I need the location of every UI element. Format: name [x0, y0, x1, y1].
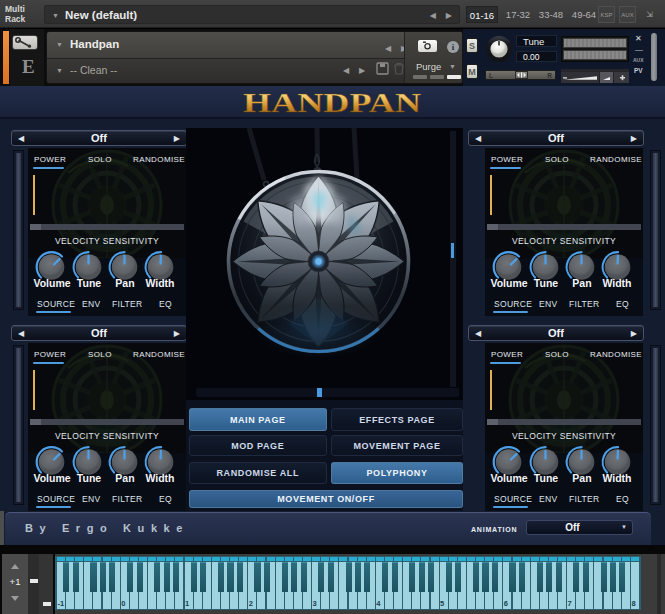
svg-text:HANDPAN: HANDPAN — [243, 88, 422, 118]
